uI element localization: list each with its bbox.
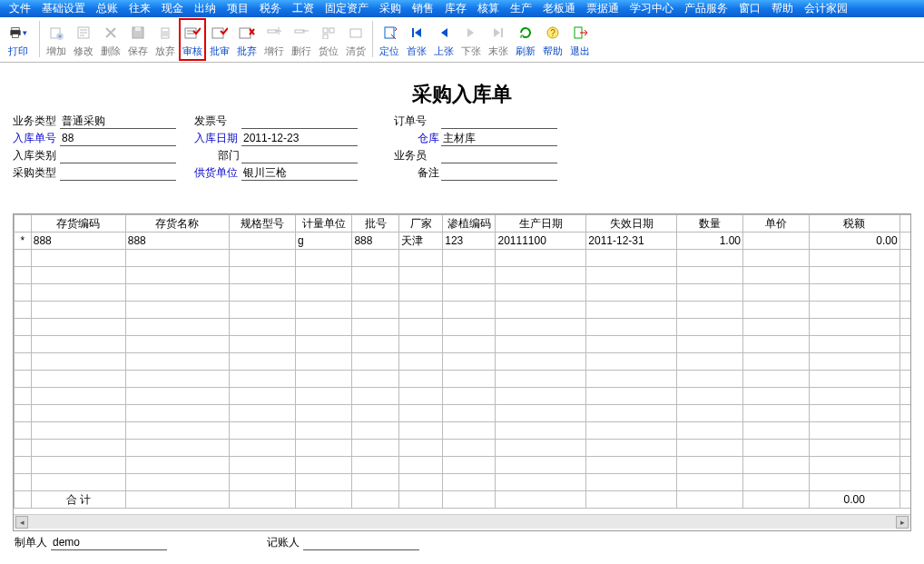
table-row[interactable] [15, 353, 911, 371]
exit-button[interactable]: 退出 [566, 18, 594, 61]
col-tax[interactable]: 税额 [809, 215, 899, 233]
svg-rect-15 [329, 28, 334, 33]
col-plant[interactable]: 渗植编码 [443, 215, 496, 233]
menu-item[interactable]: 税务 [254, 0, 287, 17]
del-row-button[interactable]: 删行 [288, 18, 315, 61]
menu-item[interactable]: 学习中心 [624, 0, 679, 17]
field-sales[interactable] [441, 148, 557, 163]
col-unit[interactable]: 计量单位 [295, 215, 351, 233]
menu-bar: 文件 基础设置 总账 往来 现金 出纳 项目 税务 工资 固定资产 采购 销售 … [0, 0, 924, 17]
total-label: 合 计 [31, 491, 125, 509]
label-sales: 业务员 [394, 148, 441, 163]
field-invoice[interactable] [241, 114, 358, 129]
table-row[interactable] [15, 284, 911, 302]
menu-item[interactable]: 票据通 [581, 0, 624, 17]
first-button[interactable]: 首张 [403, 18, 430, 61]
edit-button[interactable]: 修改 [70, 18, 97, 61]
field-warehouse[interactable]: 主材库 [441, 131, 557, 146]
table-row[interactable] [15, 250, 911, 267]
field-inno[interactable]: 88 [60, 131, 176, 146]
save-button[interactable]: 保存 [124, 18, 152, 61]
add-row-button[interactable]: 增行 [260, 18, 288, 61]
col-spec[interactable]: 规格型号 [230, 215, 296, 233]
col-code[interactable]: 存货编码 [31, 215, 125, 233]
menu-item[interactable]: 项目 [221, 0, 254, 17]
menu-item[interactable]: 出纳 [189, 0, 221, 17]
next-icon [462, 23, 480, 43]
refresh-button[interactable]: 刷新 [512, 18, 539, 61]
label-indate: 入库日期 [194, 131, 241, 146]
label-orderno: 订单号 [394, 114, 441, 129]
add-button[interactable]: 增加 [43, 18, 70, 61]
menu-item[interactable]: 现金 [156, 0, 189, 17]
table-row[interactable] [15, 405, 911, 422]
menu-item[interactable]: 基础设置 [36, 0, 91, 17]
total-tax: 0.00 [809, 491, 899, 509]
col-batch[interactable]: 批号 [352, 215, 399, 233]
position-button[interactable]: 货位 [315, 18, 342, 61]
discard-button[interactable]: 放弃 [152, 18, 179, 61]
menu-item[interactable]: 销售 [407, 0, 439, 17]
table-row[interactable] [15, 267, 911, 284]
position-icon [319, 23, 338, 43]
field-dept[interactable] [241, 148, 358, 163]
menu-item[interactable]: 老板通 [537, 0, 581, 17]
batch-audit-button[interactable]: 批审 [206, 18, 233, 61]
batch-discard-button[interactable]: 批弃 [233, 18, 260, 61]
locate-button[interactable]: 定位 [376, 18, 403, 61]
menu-item[interactable]: 产品服务 [679, 0, 733, 17]
field-orderno[interactable] [441, 114, 557, 129]
menu-item[interactable]: 采购 [374, 0, 407, 17]
menu-item[interactable]: 固定资产 [319, 0, 374, 17]
col-mfr[interactable]: 厂家 [399, 215, 443, 233]
table-row[interactable]: *888888g888天津123201111002011-12-311.000.… [15, 233, 911, 250]
col-qty[interactable]: 数量 [677, 215, 743, 233]
delete-button[interactable]: 删除 [97, 18, 124, 61]
menu-item[interactable]: 核算 [472, 0, 505, 17]
table-row[interactable] [15, 388, 911, 405]
prev-button[interactable]: 上张 [430, 18, 457, 61]
help-button[interactable]: ?帮助 [539, 18, 566, 61]
table-row[interactable] [15, 371, 911, 388]
menu-item[interactable]: 文件 [4, 0, 36, 17]
menu-item[interactable]: 工资 [287, 0, 319, 17]
table-row[interactable] [15, 302, 911, 319]
last-button[interactable]: 末张 [485, 18, 512, 61]
menu-item[interactable]: 库存 [439, 0, 472, 17]
grid-total-row: 合 计 0.00 0.00 [15, 491, 911, 509]
col-amt[interactable]: 金额 [899, 215, 910, 233]
grid[interactable]: 存货编码 存货名称 规格型号 计量单位 批号 厂家 渗植编码 生产日期 失效日期… [14, 214, 910, 514]
print-button[interactable]: ▾ 打印 [0, 18, 36, 61]
delete-icon [102, 23, 120, 43]
col-mfg[interactable]: 生产日期 [496, 215, 586, 233]
menu-item[interactable]: 会计家园 [799, 0, 853, 17]
table-row[interactable] [15, 319, 911, 336]
menu-item[interactable]: 帮助 [766, 0, 799, 17]
table-row[interactable] [15, 422, 911, 440]
col-name[interactable]: 存货名称 [125, 215, 229, 233]
menu-item[interactable]: 往来 [123, 0, 156, 17]
field-biztype[interactable]: 普通采购 [60, 114, 176, 129]
field-indate[interactable]: 2011-12-23 [241, 131, 358, 146]
horizontal-scrollbar[interactable]: ◂ ▸ [14, 514, 910, 529]
menu-item[interactable]: 总账 [91, 0, 123, 17]
field-remark[interactable] [441, 165, 557, 181]
table-row[interactable] [15, 457, 911, 474]
audit-button[interactable]: 审核 [179, 18, 206, 61]
menu-item[interactable]: 生产 [505, 0, 537, 17]
table-row[interactable] [15, 474, 911, 491]
scroll-left-icon[interactable]: ◂ [15, 516, 28, 529]
next-button[interactable]: 下张 [457, 18, 485, 61]
field-incat[interactable] [60, 148, 176, 163]
scroll-right-icon[interactable]: ▸ [896, 516, 909, 529]
col-exp[interactable]: 失效日期 [586, 215, 677, 233]
menu-item[interactable]: 窗口 [733, 0, 766, 17]
table-row[interactable] [15, 336, 911, 353]
clear-button[interactable]: 清货 [342, 18, 369, 61]
grid-container: 存货编码 存货名称 规格型号 计量单位 批号 厂家 渗植编码 生产日期 失效日期… [13, 213, 911, 531]
del-row-icon [292, 23, 310, 43]
field-supplier[interactable]: 银川三枪 [241, 165, 358, 181]
table-row[interactable] [15, 440, 911, 457]
col-price[interactable]: 单价 [743, 215, 810, 233]
field-buytype[interactable] [60, 165, 176, 181]
